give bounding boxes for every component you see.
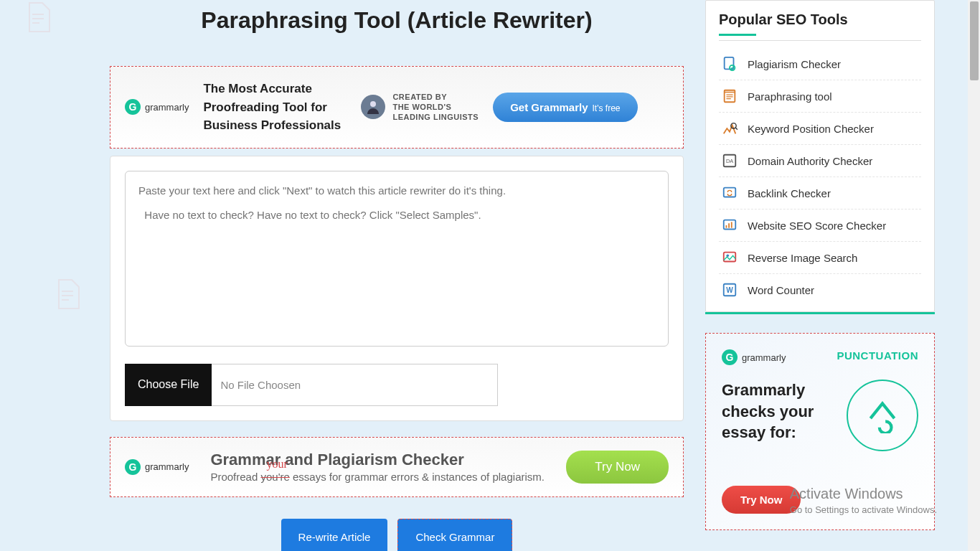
word-counter-icon: W — [722, 282, 738, 298]
punctuation-circle-icon — [847, 380, 918, 451]
domain-authority-icon: DA — [722, 153, 738, 169]
grammarly-logo: G grammarly — [125, 459, 189, 475]
ad1-author-block: CREATED BY THE WORLD'S LEADING LINGUISTS — [361, 92, 479, 123]
backlink-icon — [722, 185, 738, 201]
choose-file-button[interactable]: Choose File — [125, 364, 212, 406]
svg-text:DA: DA — [726, 158, 733, 164]
page-title: Paraphrasing Tool (Article Rewriter) — [110, 7, 684, 34]
rewrite-article-button[interactable]: Re-write Article — [281, 519, 388, 552]
ad1-caption-line: LEADING LINGUISTS — [392, 112, 479, 122]
reverse-image-icon — [722, 250, 738, 265]
sidebar-title: Popular SEO Tools — [719, 11, 921, 28]
grammarly-badge-icon: G — [125, 459, 141, 475]
watermark-sub: Go to Settings to activate Windows. — [790, 504, 937, 515]
grammarly-brand-text: grammarly — [145, 461, 189, 472]
ad1-button-sub: It's free — [593, 103, 621, 113]
action-buttons-row: Re-write Article Check Grammar — [110, 519, 684, 552]
paraphrase-icon — [722, 88, 738, 104]
windows-activation-watermark: Activate Windows Go to Settings to activ… — [790, 486, 937, 515]
sidebar-item-label: Keyword Position Checker — [748, 123, 874, 135]
svg-text:W: W — [726, 286, 733, 294]
sidebar-item-label: Word Counter — [748, 284, 814, 296]
sidebar-accent-line — [705, 312, 935, 314]
ad1-caption-line: THE WORLD'S — [392, 102, 479, 112]
ad-grammarly-top[interactable]: G grammarly The Most Accurate Proofreadi… — [110, 66, 684, 149]
ad1-caption-line: CREATED BY — [392, 92, 479, 102]
sidebar-item-reverse-image[interactable]: Reverse Image Search — [719, 242, 921, 274]
sidebar-item-plagiarism[interactable]: Plagiarism Checker — [719, 48, 921, 80]
text-input[interactable] — [125, 171, 669, 347]
check-grammar-button[interactable]: Check Grammar — [397, 519, 512, 552]
grammarly-brand-text: grammarly — [742, 352, 786, 363]
bg-doc-icon — [50, 277, 85, 314]
svg-rect-1 — [725, 57, 734, 70]
grammarly-badge-icon: G — [722, 349, 738, 365]
sidebar-item-label: Reverse Image Search — [748, 252, 857, 264]
sidebar-item-label: Domain Authority Checker — [748, 155, 872, 167]
sidebar-item-label: Backlink Checker — [748, 187, 831, 199]
ad2-sub-part: Proofread — [210, 471, 260, 483]
ad2-strike-text: you're — [260, 471, 289, 483]
sidebar-item-keyword[interactable]: Keyword Position Checker — [719, 113, 921, 145]
sidebar-item-backlink[interactable]: Backlink Checker — [719, 177, 921, 209]
sidebar-underline — [719, 34, 756, 36]
ad3-headline: Grammarly checks your essay for: — [722, 380, 836, 451]
svg-rect-10 — [728, 223, 730, 227]
sidebar-item-seo-score[interactable]: Website SEO Score Checker — [719, 209, 921, 242]
bg-doc-icon — [21, 0, 55, 37]
sidebar-divider — [719, 40, 921, 41]
try-now-button[interactable]: Try Now — [566, 451, 669, 484]
grammarly-logo: G grammarly — [125, 99, 189, 115]
ad1-caption: CREATED BY THE WORLD'S LEADING LINGUISTS — [392, 92, 479, 123]
grammarly-brand-text: grammarly — [145, 102, 189, 113]
file-name-display: No File Choosen — [212, 364, 498, 406]
sidebar-item-word-counter[interactable]: W Word Counter — [719, 274, 921, 306]
svg-point-0 — [370, 101, 376, 107]
vertical-scrollbar[interactable] — [968, 0, 980, 551]
seo-score-icon — [722, 217, 738, 233]
sidebar-item-label: Paraphrasing tool — [748, 90, 832, 103]
ad2-subtitle: your Proofread you're essays for grammar… — [210, 471, 545, 483]
sidebar-item-label: Plagiarism Checker — [748, 58, 841, 70]
sidebar-item-label: Website SEO Score Checker — [748, 220, 886, 232]
sidebar-item-domain-authority[interactable]: DA Domain Authority Checker — [719, 145, 921, 177]
svg-rect-9 — [726, 225, 727, 228]
ad3-tag: PUNCTUATION — [837, 349, 918, 362]
linguist-avatar-icon — [361, 95, 385, 119]
paraphrase-tool-card: Choose File No File Choosen — [110, 156, 684, 421]
keyword-icon — [722, 121, 738, 136]
file-upload-row: Choose File No File Choosen — [125, 364, 498, 406]
ad2-text-block: Grammar and Plagiarism Checker your Proo… — [210, 451, 545, 483]
plagiarism-icon — [722, 56, 738, 72]
ad2-sub-part: essays for grammar errors & instances of… — [290, 471, 545, 483]
scrollbar-thumb[interactable] — [970, 1, 979, 80]
ad1-button-main: Get Grammarly — [510, 101, 588, 113]
grammarly-logo: G grammarly — [722, 349, 786, 365]
ad1-headline: The Most Accurate Proofreading Tool for … — [203, 80, 347, 135]
get-grammarly-button[interactable]: Get Grammarly It's free — [493, 93, 637, 122]
ad2-correction-text: your — [266, 458, 287, 471]
ad2-title: Grammar and Plagiarism Checker — [210, 451, 545, 469]
sidebar-item-paraphrase[interactable]: Paraphrasing tool — [719, 80, 921, 113]
grammarly-badge-icon: G — [125, 99, 141, 115]
svg-rect-11 — [731, 222, 732, 227]
watermark-title: Activate Windows — [790, 486, 937, 502]
ad-grammarly-middle[interactable]: G grammarly Grammar and Plagiarism Check… — [110, 437, 684, 497]
popular-tools-sidebar: Popular SEO Tools Plagiarism Checker Par… — [705, 0, 935, 312]
